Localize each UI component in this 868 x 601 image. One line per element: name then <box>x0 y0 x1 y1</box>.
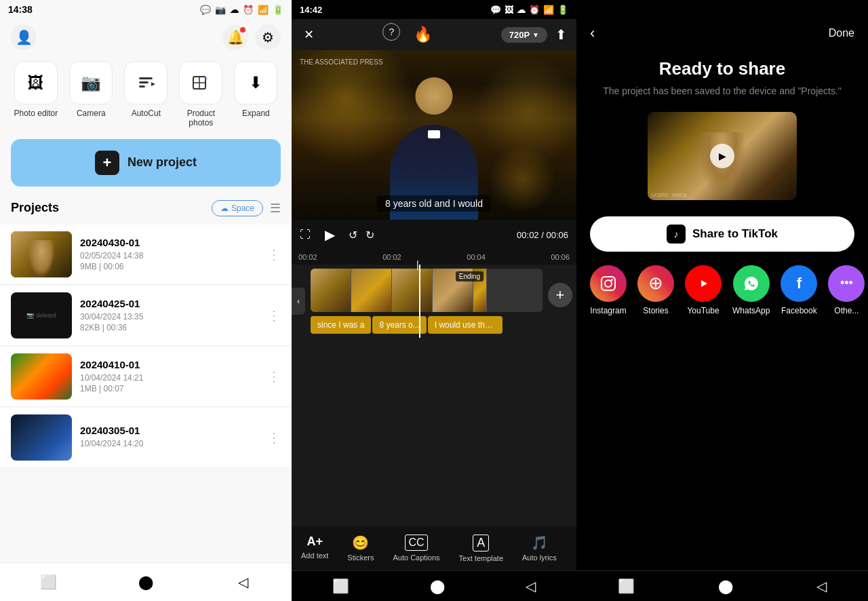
help-button[interactable]: ? <box>382 23 400 41</box>
svg-marker-3 <box>151 82 155 86</box>
redo-button[interactable]: ↻ <box>366 229 374 241</box>
photo-editor-label: Photo editor <box>14 109 58 118</box>
video-track[interactable]: Ending <box>311 269 542 312</box>
camera-label: Camera <box>77 109 106 118</box>
add-text-icon: A+ <box>307 535 323 549</box>
export-button[interactable]: ⬆ <box>555 26 567 43</box>
share-grid: Instagram ⊕ Stories YouTube WhatsApp f F… <box>576 265 868 315</box>
editor-square-button[interactable]: ⬜ <box>332 578 349 594</box>
close-button[interactable]: ✕ <box>301 24 317 45</box>
project-more-button[interactable]: ⋮ <box>267 307 281 324</box>
project-date: 10/04/2024 14:20 <box>80 439 259 448</box>
svg-rect-8 <box>601 277 615 290</box>
whatsapp-icon-e: 💬 <box>490 5 501 15</box>
ruler-mark-3: 00:06 <box>551 253 570 261</box>
project-date: 02/05/2024 14:38 <box>80 251 259 260</box>
product-photos-label: Productphotos <box>187 109 215 128</box>
home-back-button[interactable]: ◁ <box>232 571 254 593</box>
profile-button[interactable]: 👤 <box>11 24 37 50</box>
project-more-button[interactable]: ⋮ <box>267 368 281 385</box>
tracks-container: Ending + since I was a 8 years o... I wo… <box>311 269 572 334</box>
photo-editor-button[interactable]: 🖼 Photo editor <box>14 61 58 128</box>
playhead[interactable] <box>419 265 420 338</box>
resolution-button[interactable]: 720P ▼ <box>501 27 547 43</box>
ruler-mark-2: 00:04 <box>467 253 486 261</box>
done-button[interactable]: Done <box>829 27 854 39</box>
table-row[interactable]: 20240410-01 10/04/2024 14:21 1MB | 00:07… <box>0 347 292 407</box>
expand-button[interactable]: ⬇ Expand <box>234 61 277 128</box>
sort-button[interactable]: ☰ <box>270 201 281 216</box>
auto-lyrics-tool[interactable]: 🎵 Auto lyrics <box>513 530 566 566</box>
timeline-controls: ⛶ ▶ ↺ ↻ 00:02 / 00:06 <box>292 220 576 250</box>
share-square-button[interactable]: ⬜ <box>618 578 635 594</box>
space-button[interactable]: ☁ Space <box>212 200 263 216</box>
project-name: 20240410-01 <box>80 359 259 370</box>
collapse-timeline-button[interactable]: ‹ <box>292 288 305 315</box>
facebook-share-button[interactable]: f Facebook <box>781 265 817 315</box>
share-preview: UCERS ERICA ▶ <box>648 112 797 200</box>
notifications-button[interactable]: 🔔 <box>222 24 248 50</box>
project-thumbnail: 📷 deleted <box>11 292 72 338</box>
cloud-icon: ☁ <box>230 5 239 15</box>
text-template-tool[interactable]: A Text template <box>450 530 513 566</box>
instagram-label: Instagram <box>590 306 626 315</box>
product-photos-button[interactable]: Productphotos <box>179 61 222 128</box>
status-icons-p1: 💬 📷 ☁ ⏰ 📶 🔋 <box>200 5 283 15</box>
video-editor-screen: 14:42 💬 🖼 ☁ ⏰ 📶 🔋 ✕ ? 🔥 720P ▼ ⬆ <box>292 0 576 601</box>
home-screen: 14:38 💬 📷 ☁ ⏰ 📶 🔋 👤 🔔 ⚙ 🖼 Photo editor 📷… <box>0 0 292 601</box>
play-button[interactable]: ▶ <box>319 224 340 246</box>
stickers-label: Stickers <box>347 554 374 562</box>
auto-lyrics-label: Auto lyrics <box>522 554 557 562</box>
project-more-button[interactable]: ⋮ <box>267 429 281 446</box>
svg-rect-2 <box>139 85 145 88</box>
project-list: 20240430-01 02/05/2024 14:38 9MB | 00:06… <box>0 225 292 562</box>
share-back-button[interactable]: ◁ <box>816 578 827 594</box>
table-row[interactable]: 20240430-01 02/05/2024 14:38 9MB | 00:06… <box>0 225 292 285</box>
caption-chip-2[interactable]: 8 years o... <box>372 316 426 334</box>
settings-button[interactable]: ⚙ <box>255 24 281 50</box>
project-more-button[interactable]: ⋮ <box>267 246 281 263</box>
add-text-tool[interactable]: A+ Add text <box>292 530 338 566</box>
track-frame-2 <box>351 269 392 312</box>
share-circle-button[interactable]: ⬤ <box>718 578 733 594</box>
photo-icon-e: 🖼 <box>505 5 513 15</box>
project-name: 20240425-01 <box>80 298 259 309</box>
add-track-button[interactable]: + <box>548 283 572 307</box>
editor-back-button[interactable]: ◁ <box>526 578 536 594</box>
stickers-tool[interactable]: 😊 Stickers <box>338 530 383 566</box>
wifi-icon: 📶 <box>258 5 269 15</box>
add-text-label: Add text <box>301 551 328 560</box>
share-play-button[interactable]: ▶ <box>710 144 734 168</box>
fullscreen-button[interactable]: ⛶ <box>300 229 311 241</box>
current-time: 00:02 <box>517 230 539 240</box>
camera-button[interactable]: 📷 Camera <box>69 61 113 128</box>
caption-chip-3[interactable]: I would use tha... <box>428 316 502 334</box>
table-row[interactable]: 20240305-01 10/04/2024 14:20 ⋮ <box>0 408 292 468</box>
home-square-button[interactable]: ⬜ <box>38 571 60 593</box>
share-top-bar: ‹ Done <box>576 19 868 47</box>
battery-icon: 🔋 <box>273 5 283 15</box>
projects-header: Projects ☁ Space ☰ <box>0 197 292 225</box>
instagram-icon: 📷 <box>215 5 226 15</box>
editor-right-controls: 720P ▼ ⬆ <box>501 26 567 43</box>
video-track-row: Ending + <box>311 269 572 312</box>
youtube-share-button[interactable]: YouTube <box>685 265 722 315</box>
editor-circle-button[interactable]: ⬤ <box>430 578 445 594</box>
back-button[interactable]: ‹ <box>590 24 595 42</box>
fire-button[interactable]: 🔥 <box>411 23 435 46</box>
table-row[interactable]: 📷 deleted 20240425-01 30/04/2024 13:35 8… <box>0 286 292 346</box>
stories-share-button[interactable]: ⊕ Stories <box>637 265 674 315</box>
whatsapp-share-button[interactable]: WhatsApp <box>732 265 770 315</box>
new-project-button[interactable]: + New project <box>11 139 281 187</box>
auto-lyrics-icon: 🎵 <box>531 535 548 551</box>
battery-icon-e: 🔋 <box>557 5 568 15</box>
tiktok-share-button[interactable]: ♪ Share to TikTok <box>590 216 854 252</box>
instagram-share-button[interactable]: Instagram <box>590 265 627 315</box>
caption-chip-1[interactable]: since I was a <box>311 316 371 334</box>
auto-captions-tool[interactable]: CC Auto Captions <box>383 530 449 566</box>
project-thumbnail <box>11 353 72 400</box>
autocut-button[interactable]: AutoCut <box>124 61 167 128</box>
undo-button[interactable]: ↺ <box>349 229 357 241</box>
home-circle-button[interactable]: ⬤ <box>135 571 157 593</box>
other-share-button[interactable]: ••• Othe... <box>828 265 865 315</box>
